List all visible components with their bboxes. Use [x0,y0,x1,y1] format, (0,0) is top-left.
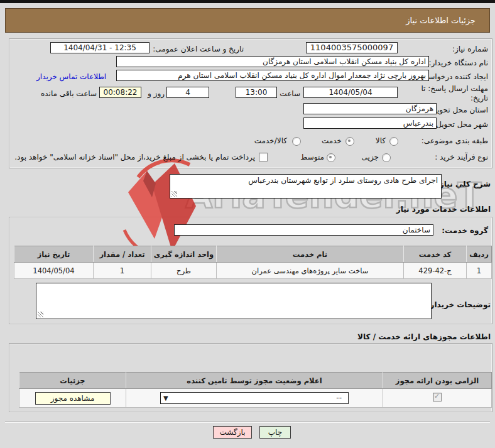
resize-grip-icon[interactable] [171,191,177,197]
delivery-province-label: استان محل تحویل: [429,106,488,114]
license-required-checkbox [433,393,442,402]
footer-divider [5,422,490,423]
license-details-cell: مشاهده مجوز [19,389,126,408]
reply-deadline-label-line1: مهلت ارسال پاسخ: تا [421,84,488,93]
service-row-name: ساخت سایر پروژه‌های مهندسی عمران [217,263,404,279]
days-and-label: روز و [148,89,165,98]
col-license-details: جزئیات [19,373,126,389]
license-status-cell: -- ▼ [126,389,383,408]
radio-goods-service[interactable] [292,137,301,146]
services-table-header-row: ردیف کد خدمت نام خدمت واحد اندازه گیری ت… [14,246,492,263]
service-group-field[interactable]: ساختمان [174,224,433,236]
delivery-province-field[interactable]: هرمزگان [303,103,437,114]
license-required-cell [383,389,492,408]
back-button[interactable]: بازگشت [213,426,252,439]
days-remaining-field[interactable]: 4 [166,87,209,98]
announce-datetime-field[interactable]: 1404/04/31 - 12:35 [50,42,150,53]
resize-grip-icon[interactable] [38,312,43,317]
radio-service-label: خدمت [322,136,342,145]
col-license-required: الزامی بودن ارائه مجوز [383,373,492,389]
service-group-label: گروه خدمت: [442,226,488,235]
col-license-status: اعلام وضعیت مجوز توسط تامین کننده [126,373,383,389]
service-row-index: 1 [467,263,492,279]
license-status-dropdown[interactable]: -- ▼ [160,392,349,404]
license-status-value: -- [336,393,342,402]
radio-medium-label: متوسط [300,153,324,161]
licenses-table: الزامی بودن ارائه مجوز اعلام وضعیت مجوز … [19,372,492,408]
radio-goods-service-label: کالا/خدمت [254,136,287,145]
col-service-name: نام خدمت [217,246,404,263]
view-license-button[interactable]: مشاهده مجوز [35,392,111,405]
page-title: جزئیات اطلاعات نیاز [5,8,490,33]
col-unit: واحد اندازه گیری [151,246,217,263]
services-table: ردیف کد خدمت نام خدمت واحد اندازه گیری ت… [14,246,492,279]
radio-partial[interactable] [382,153,391,162]
general-description-value: اجرای طرح هادی روستای سلرد از توابع شهرس… [248,176,438,185]
licenses-section-header: اطلاعات مجوزهای ارائه خدمت / کالا [357,332,491,341]
request-creator-label: ایجاد کننده درخواست: [418,72,488,81]
radio-medium[interactable] [327,153,335,162]
general-description-textarea[interactable]: اجرای طرح هادی روستای سلرد از توابع شهرس… [170,174,442,199]
need-number-field[interactable]: 1104003575000097 [306,42,398,53]
col-service-code: کد خدمت [404,246,467,263]
service-row: 1 429-42-ج ساخت سایر پروژه‌های مهندسی عم… [14,263,492,279]
deadline-time-field[interactable]: 13:00 [236,87,277,98]
reply-deadline-label-line2: تاریخ: [471,94,488,102]
deadline-date-field[interactable]: 1404/05/04 [303,87,398,98]
buyer-org-label: نام دستگاه خریدار: [429,58,489,67]
announce-datetime-label: تاریخ و ساعت اعلان عمومی: [153,45,244,53]
hours-remaining-label: ساعت باقی مانده [41,89,97,98]
purchase-process-label: نوع فرآیند خرید : [435,153,488,161]
print-button[interactable]: چاپ [259,426,291,439]
hours-remaining-field: 00:08:22 [99,87,141,98]
treasury-payment-checkbox[interactable] [259,153,268,161]
service-row-qty: 1 [94,263,151,279]
service-row-date: 1404/05/04 [14,263,94,279]
delivery-city-label: شهر محل تحویل: [433,120,488,129]
top-black-strip [0,0,495,3]
license-row: -- ▼ مشاهده مجوز [19,389,492,408]
radio-service[interactable] [345,137,354,146]
radio-partial-label: جزیی [362,153,379,161]
buyer-notes-label: توضیحات خریدار: [427,300,491,309]
col-row-index: ردیف [467,246,492,263]
buyer-org-field[interactable]: اداره کل بنیاد مسکن انقلاب اسلامی استان … [116,56,429,67]
services-section-header: اطلاعات خدمات مورد نیاز [396,205,491,214]
need-number-label: شماره نیاز: [452,45,488,53]
radio-goods-label: کالا [376,136,386,145]
radio-goods[interactable] [389,137,398,146]
licenses-table-header-row: الزامی بودن ارائه مجوز اعلام وضعیت مجوز … [19,373,492,389]
service-row-code: 429-42-ج [404,263,467,279]
treasury-payment-note: پرداخت تمام یا بخشی از مبلغ خرید،از محل … [14,153,255,161]
chevron-down-icon: ▼ [163,393,168,403]
buyer-notes-textarea[interactable] [36,283,432,319]
buyer-contact-link[interactable]: اطلاعات تماس خریدار [36,72,106,81]
service-row-unit: طرح [151,263,217,279]
delivery-city-field[interactable]: بندرعباس [303,117,437,129]
hour-label: ساعت [280,89,300,98]
col-need-date: تاریخ نیاز [14,246,94,263]
request-creator-field[interactable]: بهروز بارچی نژاد جمعدار اموال اداره کل ب… [116,70,429,81]
col-quantity: تعداد / مقدار [94,246,151,263]
subject-classification-label: طبقه بندی موضوعی: [422,136,488,145]
general-description-label: شرح کلي نیاز: [437,180,491,188]
tender-details-page: AriaTender.neT جزئیات اطلاعات نیاز شماره… [0,0,495,448]
